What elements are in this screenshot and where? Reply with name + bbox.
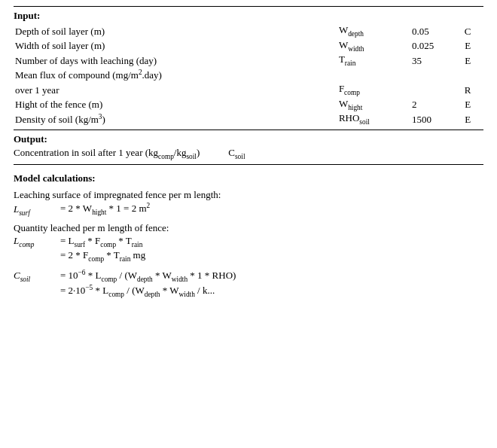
table-row: Hight of the fence (m) Whight 2 E bbox=[14, 97, 483, 112]
top-rule bbox=[14, 6, 483, 7]
row-val bbox=[410, 68, 452, 82]
output-var: Csoil bbox=[228, 147, 245, 160]
row-type bbox=[452, 68, 483, 82]
row-val: 1500 bbox=[410, 111, 452, 126]
row-type: C bbox=[452, 23, 483, 38]
model-title: Model calculations: bbox=[14, 172, 483, 184]
eq-rhs: = 2·10−5 * Lcomp / (Wdepth * Wwidth / k.… bbox=[60, 284, 483, 298]
model-subsection-2: Quantity leached per m length of fence: … bbox=[14, 222, 483, 262]
row-val: 0.025 bbox=[410, 38, 452, 53]
eq-rhs: = 2 * Whight * 1 = 2 m2 bbox=[60, 202, 483, 216]
row-var: Wwidth bbox=[337, 38, 410, 53]
output-title-text: Output: bbox=[14, 133, 47, 145]
model-title-text: Model calculations: bbox=[14, 172, 96, 184]
row-var bbox=[337, 68, 410, 82]
row-val bbox=[410, 82, 452, 97]
row-label: Density of soil (kg/m3) bbox=[14, 111, 337, 126]
row-var: Whight bbox=[337, 97, 410, 112]
model-subsection-2-title: Quantity leached per m length of fence: bbox=[14, 222, 483, 234]
eq-lhs: Csoil bbox=[14, 270, 60, 283]
eq-row: = 2·10−5 * Lcomp / (Wdepth * Wwidth / k.… bbox=[14, 284, 483, 298]
row-var: Wdepth bbox=[337, 23, 410, 38]
input-table: Depth of soil layer (m) Wdepth 0.05 C Wi… bbox=[14, 23, 483, 126]
row-val: 2 bbox=[410, 97, 452, 112]
input-title-text: Input: bbox=[14, 10, 40, 21]
table-row: Number of days with leaching (day) Train… bbox=[14, 53, 483, 68]
row-label: Hight of the fence (m) bbox=[14, 97, 337, 112]
row-type: E bbox=[452, 97, 483, 112]
row-type: E bbox=[452, 111, 483, 126]
row-type: R bbox=[452, 82, 483, 97]
eq-row: = 2 * Fcomp * Train mg bbox=[14, 249, 483, 263]
row-label: over 1 year bbox=[14, 82, 337, 97]
table-row: Mean flux of compound (mg/m2.day) bbox=[14, 68, 483, 82]
model-section: Model calculations: Leaching surface of … bbox=[14, 172, 483, 297]
model-subsection-3: Csoil = 10−6 * Lcomp / (Wdepth * Wwidth … bbox=[14, 269, 483, 298]
row-type: E bbox=[452, 53, 483, 68]
row-var: RHOsoil bbox=[337, 111, 410, 126]
model-subsection-1-title: Leaching surface of impregnated fence pe… bbox=[14, 189, 483, 201]
eq-lhs: Lcomp bbox=[14, 235, 60, 248]
row-var: Train bbox=[337, 53, 410, 68]
output-row: Concentration in soil after 1 year (kgco… bbox=[14, 147, 483, 160]
row-var: Fcomp bbox=[337, 82, 410, 97]
row-label: Depth of soil layer (m) bbox=[14, 23, 337, 38]
eq-row: Csoil = 10−6 * Lcomp / (Wdepth * Wwidth … bbox=[14, 269, 483, 283]
row-val: 35 bbox=[410, 53, 452, 68]
row-type: E bbox=[452, 38, 483, 53]
section-divider bbox=[14, 130, 483, 130]
row-label: Width of soil layer (m) bbox=[14, 38, 337, 53]
input-title: Input: bbox=[14, 10, 483, 22]
table-row: Depth of soil layer (m) Wdepth 0.05 C bbox=[14, 23, 483, 38]
row-label: Mean flux of compound (mg/m2.day) bbox=[14, 68, 337, 82]
output-title: Output: bbox=[14, 133, 483, 145]
section-divider-bottom bbox=[14, 164, 483, 165]
table-row: Density of soil (kg/m3) RHOsoil 1500 E bbox=[14, 111, 483, 126]
table-row: Width of soil layer (m) Wwidth 0.025 E bbox=[14, 38, 483, 53]
model-subsection-1: Leaching surface of impregnated fence pe… bbox=[14, 189, 483, 216]
eq-row: Lcomp = Lsurf * Fcomp * Train bbox=[14, 235, 483, 248]
row-val: 0.05 bbox=[410, 23, 452, 38]
table-row: over 1 year Fcomp R bbox=[14, 82, 483, 97]
row-label: Number of days with leaching (day) bbox=[14, 53, 337, 68]
output-label: Concentration in soil after 1 year (kgco… bbox=[14, 147, 200, 160]
eq-rhs: = Lsurf * Fcomp * Train bbox=[60, 235, 483, 248]
eq-lhs: Lsurf bbox=[14, 203, 60, 217]
eq-row: Lsurf = 2 * Whight * 1 = 2 m2 bbox=[14, 202, 483, 216]
eq-rhs: = 10−6 * Lcomp / (Wdepth * Wwidth * 1 * … bbox=[60, 269, 483, 283]
eq-rhs: = 2 * Fcomp * Train mg bbox=[60, 249, 483, 263]
